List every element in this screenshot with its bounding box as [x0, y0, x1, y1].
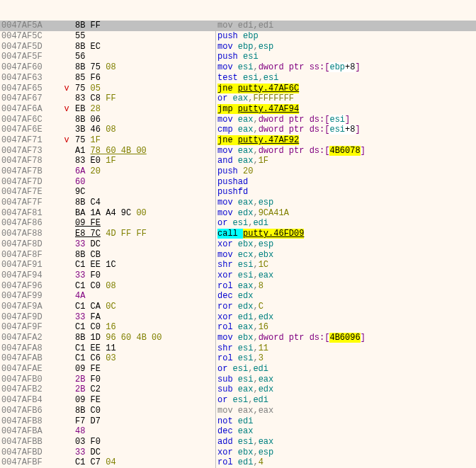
asm-row-0047AF96[interactable]: 0047AF96 C1 C0 08rol eax,8: [0, 281, 476, 292]
asm-row-0047AF7D[interactable]: 0047AF7D 60pushad: [0, 177, 476, 188]
jump-marker: [58, 333, 75, 343]
asm-row-0047AFB4[interactable]: 0047AFB4 09 FEor esi,edi: [0, 395, 476, 406]
asm-row-0047AFBA[interactable]: 0047AFBA 48dec eax: [0, 426, 476, 437]
assembly: add esi,eax: [216, 437, 476, 447]
asm-row-0047AF6E[interactable]: 0047AF6E 3B 46 08cmp eax,dword ptr ds:[e…: [0, 125, 476, 135]
asm-row-0047AF6A[interactable]: 0047AF6AvEB 28jmp putty.47AF94: [0, 104, 476, 115]
jump-marker: v: [58, 104, 75, 115]
asm-row-0047AFA8[interactable]: 0047AFA8 C1 EE 11shr esi,11: [0, 343, 476, 354]
asm-row-0047AF8D[interactable]: 0047AF8D 33 DCxor ebx,esp: [0, 239, 476, 250]
address: 0047AF8D: [0, 239, 58, 250]
asm-row-0047AF7E[interactable]: 0047AF7E 9Cpushfd: [0, 187, 476, 198]
asm-row-0047AF65[interactable]: 0047AF65v75 05jne putty.47AF6C: [0, 84, 476, 94]
asm-row-0047AF9F[interactable]: 0047AF9F C1 C0 16rol eax,16: [0, 322, 476, 333]
asm-row-0047AF91[interactable]: 0047AF91 C1 EE 1Cshr esi,1C: [0, 260, 476, 270]
address: 0047AF81: [0, 208, 58, 219]
jump-marker: [58, 146, 75, 156]
asm-row-0047AFB8[interactable]: 0047AFB8 F7 D7not edi: [0, 416, 476, 427]
address: 0047AF7E: [0, 187, 58, 198]
jump-marker: [58, 406, 75, 416]
asm-row-0047AF94[interactable]: 0047AF94 33 F0xor esi,eax: [0, 270, 476, 281]
asm-row-0047AF67[interactable]: 0047AF67 83 C8 FFor eax,FFFFFFFF: [0, 93, 476, 104]
address: 0047AFBF: [0, 457, 58, 468]
asm-row-0047AF78[interactable]: 0047AF78 83 E0 1Fand eax,1F: [0, 156, 476, 166]
address: 0047AF7F: [0, 198, 58, 208]
address: 0047AF65: [0, 84, 58, 94]
asm-row-0047AFB0[interactable]: 0047AFB0 2B F0sub esi,eax: [0, 375, 476, 385]
asm-row-0047AF7F[interactable]: 0047AF7F 8B C4mov eax,esp: [0, 198, 476, 208]
asm-row-0047AF5C[interactable]: 0047AF5C 55push ebp: [0, 31, 476, 42]
assembly: not edi: [216, 416, 476, 427]
asm-row-0047AF9D[interactable]: 0047AF9D 33 FAxor edi,edx: [0, 312, 476, 323]
assembly: mov esi,dword ptr ss:[ebp+8]: [216, 62, 476, 73]
jump-marker: [58, 21, 75, 31]
assembly: mov ecx,ebx: [216, 250, 476, 261]
asm-row-0047AFA2[interactable]: 0047AFA2 8B 1D 96 60 4B 00mov ebx,dword …: [0, 333, 476, 343]
assembly: mov eax,eax: [216, 406, 476, 416]
address: 0047AF9F: [0, 322, 58, 333]
address: 0047AFBD: [0, 447, 58, 458]
asm-row-0047AF5D[interactable]: 0047AF5D 8B ECmov ebp,esp: [0, 42, 476, 52]
jump-marker: [58, 62, 75, 73]
asm-row-0047AF5A[interactable]: 0047AF5A 8B FFmov edi,edi: [0, 21, 476, 31]
address: 0047AF96: [0, 281, 58, 292]
address: 0047AFB6: [0, 406, 58, 416]
assembly: or eax,FFFFFFFF: [216, 93, 476, 104]
jump-marker: [58, 52, 75, 62]
assembly: xor ebx,esp: [216, 447, 476, 458]
address: 0047AFBA: [0, 426, 58, 437]
assembly: and eax,1F: [216, 156, 476, 166]
asm-row-0047AF86[interactable]: 0047AF86 09 FEor esi,edi: [0, 218, 476, 229]
address: 0047AF9D: [0, 312, 58, 323]
asm-row-0047AF81[interactable]: 0047AF81 BA 1A A4 9C 00mov edx,9CA41A: [0, 208, 476, 219]
jump-marker: [58, 426, 75, 437]
asm-row-0047AFBD[interactable]: 0047AFBD 33 DCxor ebx,esp: [0, 447, 476, 458]
address: 0047AF60: [0, 62, 58, 73]
assembly: or esi,edi: [216, 364, 476, 375]
asm-row-0047AFBF[interactable]: 0047AFBF C1 C7 04rol edi,4: [0, 457, 476, 468]
asm-row-0047AF8F[interactable]: 0047AF8F 8B CBmov ecx,ebx: [0, 250, 476, 261]
jump-marker: [58, 187, 75, 198]
assembly: ror edx,C: [216, 302, 476, 312]
asm-row-0047AF6C[interactable]: 0047AF6C 8B 06mov eax,dword ptr ds:[esi]: [0, 115, 476, 125]
assembly: cmp eax,dword ptr ds:[esi+8]: [216, 125, 476, 135]
assembly: push 20: [216, 166, 476, 177]
asm-row-0047AF5F[interactable]: 0047AF5F 56push esi: [0, 52, 476, 62]
asm-row-0047AF88[interactable]: 0047AF88 E8 7C 4D FF FFcall putty.46FD09: [0, 229, 476, 239]
asm-row-0047AF71[interactable]: 0047AF71v75 1Fjne putty.47AF92: [0, 135, 476, 146]
asm-row-0047AF9A[interactable]: 0047AF9A C1 CA 0Cror edx,C: [0, 302, 476, 312]
bytes: 83 C8 FF: [75, 93, 215, 104]
address: 0047AFA2: [0, 333, 58, 343]
address: 0047AF6E: [0, 125, 58, 135]
address: 0047AF63: [0, 73, 58, 84]
asm-row-0047AFBB[interactable]: 0047AFBB 03 F0add esi,eax: [0, 437, 476, 447]
asm-row-0047AF7B[interactable]: 0047AF7B 6A 20push 20: [0, 166, 476, 177]
asm-row-0047AFB2[interactable]: 0047AFB2 2B C2sub eax,edx: [0, 384, 476, 395]
assembly: or esi,edi: [216, 395, 476, 406]
assembly: mov ebx,dword ptr ds:[4B6096]: [216, 333, 476, 343]
assembly: jne putty.47AF6C: [216, 84, 476, 94]
bytes: 9C: [75, 187, 215, 198]
bytes: 83 E0 1F: [75, 156, 215, 166]
bytes: 33 F0: [75, 270, 215, 281]
assembly: shr esi,1C: [216, 260, 476, 270]
assembly: shr esi,11: [216, 343, 476, 354]
asm-row-0047AF73[interactable]: 0047AF73 A1 78 60 4B 00mov eax,dword ptr…: [0, 146, 476, 156]
bytes: 60: [75, 177, 215, 188]
asm-row-0047AF60[interactable]: 0047AF60 8B 75 08mov esi,dword ptr ss:[e…: [0, 62, 476, 73]
bytes: EB 28: [75, 104, 215, 115]
jump-marker: [58, 156, 75, 166]
asm-row-0047AF99[interactable]: 0047AF99 4Adec edx: [0, 291, 476, 302]
bytes: 4A: [75, 291, 215, 302]
jump-marker: [58, 198, 75, 208]
jump-marker: [58, 343, 75, 354]
assembly: xor edi,edx: [216, 312, 476, 323]
asm-row-0047AF63[interactable]: 0047AF63 85 F6test esi,esi: [0, 73, 476, 84]
asm-row-0047AFB6[interactable]: 0047AFB6 8B C0mov eax,eax: [0, 406, 476, 416]
asm-row-0047AFAB[interactable]: 0047AFAB C1 C6 03rol esi,3: [0, 353, 476, 364]
address: 0047AFBB: [0, 437, 58, 447]
bytes: 8B 75 08: [75, 62, 215, 73]
address: 0047AF88: [0, 229, 58, 239]
asm-row-0047AFAE[interactable]: 0047AFAE 09 FEor esi,edi: [0, 364, 476, 375]
address: 0047AF7B: [0, 166, 58, 177]
